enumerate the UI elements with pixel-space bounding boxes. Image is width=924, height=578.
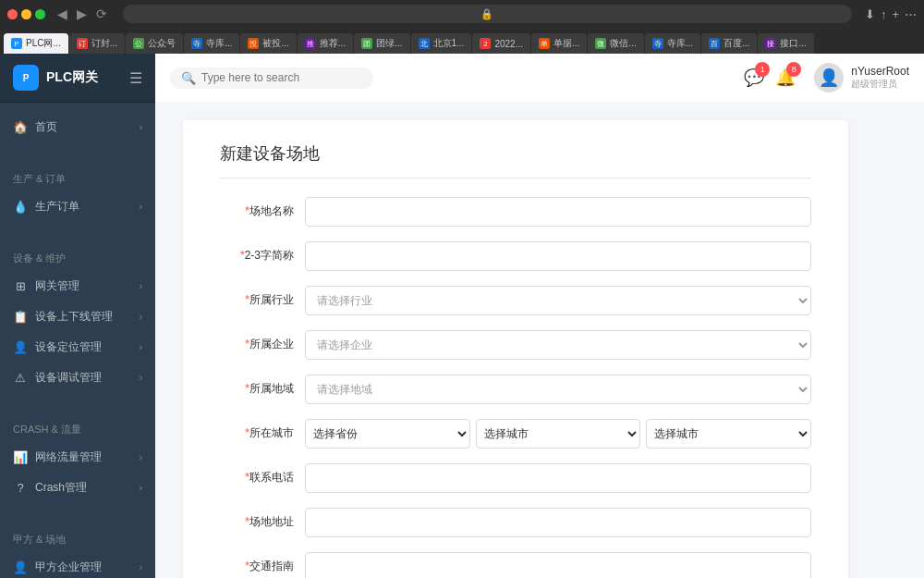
tab-favicon-bd: 百 (709, 38, 720, 49)
label-site-name: *场地名称 (220, 197, 294, 219)
sidebar-item-traffic[interactable]: 📊 网络流量管理 › (0, 442, 155, 473)
input-traffic[interactable] (305, 552, 811, 578)
tab-weixin[interactable]: 微 微信... (588, 33, 643, 54)
sidebar-section-client: 甲方 & 场地 👤 甲方企业管理 › 🏷 设备场地管理 ∨ 设备场地列表 添加设… (0, 520, 155, 578)
label-address: *场地地址 (220, 508, 294, 530)
select-district[interactable]: 选择城市 (646, 419, 811, 449)
tab-favicon-bj: 北 (419, 38, 430, 49)
required-star-4: * (245, 338, 249, 350)
form-row-traffic: *交通指南 (220, 552, 811, 578)
sidebar-item-gateway[interactable]: ⊞ 网关管理 › (0, 271, 155, 301)
sidebar-section-home: 🏠 首页 › (0, 103, 155, 152)
tab-label-dj: 单据... (553, 37, 579, 50)
control-industry: 请选择行业 (305, 286, 811, 315)
browser-dots (7, 9, 45, 19)
form-row-region: *所属地域 请选择地域 (220, 375, 811, 404)
tab-label-bd: 百度... (723, 37, 749, 50)
user-profile[interactable]: 👤 nYuserRoot 超级管理员 (814, 63, 909, 92)
search-input[interactable] (201, 71, 349, 84)
input-site-name[interactable] (305, 197, 811, 227)
form-row-phone: *联系电话 (220, 463, 811, 493)
tab-beitou[interactable]: 投 被投... (240, 33, 296, 54)
search-icon: 🔍 (181, 71, 196, 85)
tab-label-plc: PLC网... (26, 37, 61, 50)
label-phone: *联系电话 (220, 463, 294, 486)
sidebar-item-production-order[interactable]: 💧 生产订单 › (0, 191, 155, 222)
gateway-arrow: › (140, 281, 142, 291)
sidebar-item-client-company[interactable]: 👤 甲方企业管理 › (0, 552, 155, 578)
message-badge: 1 (755, 62, 770, 77)
select-region[interactable]: 请选择地域 (305, 375, 811, 404)
device-online-arrow: › (140, 312, 142, 322)
browser-chrome: ◀ ▶ ⟳ 🔒 ⬇ ↑ + ⋯ (0, 0, 924, 28)
alert-badge: 8 (786, 62, 801, 77)
tab-favicon-2022: 2 (480, 38, 491, 49)
production-icon: 💧 (13, 200, 28, 214)
tab-favicon-dj: 单 (539, 38, 550, 49)
forward-button[interactable]: ▶ (74, 6, 90, 21)
close-dot[interactable] (7, 9, 18, 19)
sidebar-item-home[interactable]: 🏠 首页 › (0, 112, 155, 142)
select-city[interactable]: 选择城市 (476, 419, 641, 449)
device-online-icon: 📋 (13, 310, 28, 324)
tab-siku[interactable]: 寺 寺库... (184, 33, 239, 54)
sidebar-item-crash[interactable]: ? Crash管理 › (0, 473, 155, 503)
menu-icon[interactable]: ⋯ (905, 7, 917, 21)
required-star-3: * (245, 293, 249, 306)
tab-plc[interactable]: P PLC网... (4, 33, 68, 54)
tab-label-bj: 北京1... (433, 37, 465, 50)
maximize-dot[interactable] (35, 9, 45, 19)
tab-label-wx: 微信... (610, 37, 636, 50)
hamburger-icon[interactable]: ☰ (129, 69, 142, 87)
header-icons: 💬 1 🔔 8 👤 nYuserRoot 超级管理员 (744, 63, 909, 92)
sidebar-item-gateway-label: 网关管理 (35, 278, 79, 294)
section-label-production: 生产 & 订单 (0, 168, 155, 191)
tab-jiekou[interactable]: 接 接口... (758, 33, 813, 54)
form-row-site-name: *场地名称 (220, 197, 811, 227)
address-bar[interactable]: 🔒 (123, 5, 852, 23)
minimize-dot[interactable] (21, 9, 31, 19)
sidebar-item-device-debug[interactable]: ⚠ 设备调试管理 › (0, 363, 155, 393)
sidebar: P PLC网关 ☰ 🏠 首页 › 生产 & 订单 💧 生产订单 › (0, 54, 155, 578)
input-address[interactable] (305, 508, 811, 537)
control-address (305, 508, 811, 537)
tab-favicon-plc: P (11, 38, 22, 49)
input-short-name[interactable] (305, 241, 811, 271)
sidebar-item-device-online[interactable]: 📋 设备上下线管理 › (0, 301, 155, 332)
tab-gongzhonghao[interactable]: 公 公众号 (126, 33, 183, 54)
refresh-button[interactable]: ⟳ (93, 6, 110, 21)
section-label-client: 甲方 & 场地 (0, 529, 155, 552)
form-title: 新建设备场地 (220, 142, 811, 178)
sidebar-item-client-label: 甲方企业管理 (35, 560, 102, 575)
search-box[interactable]: 🔍 (170, 68, 373, 89)
select-province[interactable]: 选择省份 (305, 419, 470, 449)
download-icon[interactable]: ⬇ (865, 7, 875, 21)
tab-siku2[interactable]: 寺 寺库... (645, 33, 700, 54)
tab-baidu[interactable]: 百 百度... (701, 33, 757, 54)
control-site-name (305, 197, 811, 227)
select-company[interactable]: 请选择企业 (305, 330, 811, 360)
tab-tuan[interactable]: 团 团绿... (354, 33, 409, 54)
tab-beijing[interactable]: 北 北京1... (411, 33, 472, 54)
device-debug-icon: ⚠ (13, 371, 28, 385)
required-star-5: * (245, 382, 249, 395)
tab-label-tj: 推荐... (320, 37, 346, 50)
new-tab-icon[interactable]: + (892, 7, 899, 21)
tab-favicon-jk: 接 (765, 38, 776, 49)
select-industry[interactable]: 请选择行业 (305, 286, 811, 315)
input-phone[interactable] (305, 463, 811, 493)
sidebar-item-production-label: 生产订单 (35, 199, 79, 215)
sidebar-item-device-location[interactable]: 👤 设备定位管理 › (0, 332, 155, 363)
tab-favicon-df: 订 (77, 38, 88, 49)
back-button[interactable]: ◀ (55, 6, 70, 21)
required-star-9: * (245, 560, 249, 572)
share-icon[interactable]: ↑ (881, 7, 887, 21)
label-short-name: *2-3字简称 (220, 241, 294, 264)
tab-danju[interactable]: 单 单据... (531, 33, 587, 54)
notification-button[interactable]: 🔔 8 (775, 68, 796, 88)
tab-tuijian[interactable]: 推 推荐... (298, 33, 353, 54)
message-button[interactable]: 💬 1 (744, 68, 764, 88)
tab-2022[interactable]: 2 2022... (472, 33, 530, 54)
tab-favicon-sk2: 寺 (652, 38, 663, 49)
tab-dingfeng[interactable]: 订 订封... (69, 33, 125, 54)
